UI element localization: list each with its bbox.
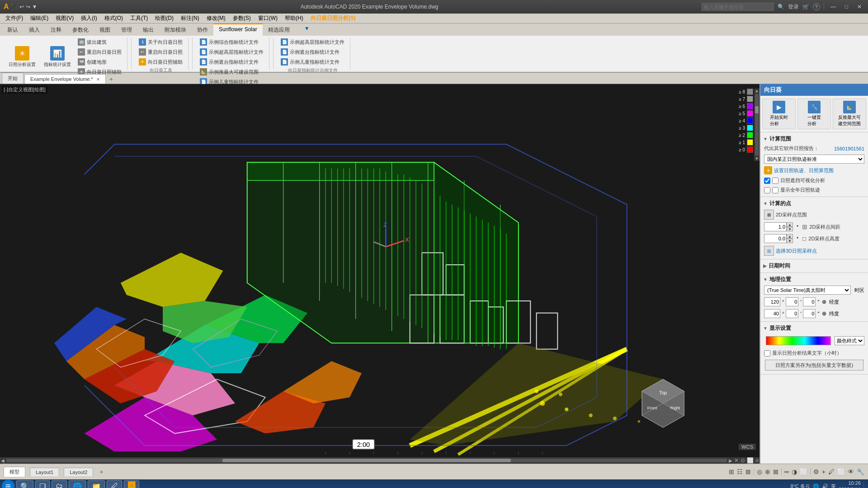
viewport-more-btn[interactable]: ≡	[755, 457, 759, 464]
status-tab-layout2[interactable]: Layout2	[64, 468, 93, 476]
maximize-btn[interactable]: □	[842, 4, 851, 10]
viewport-zoom-btn[interactable]: ✕	[734, 457, 739, 464]
menu-item-sunflower[interactable]: 向日葵日照分析(S)	[307, 14, 359, 23]
taskbar-task-view[interactable]: ❑	[35, 480, 50, 488]
scroll-track[interactable]	[6, 459, 727, 462]
tab-collaborate[interactable]: 协作	[192, 23, 213, 36]
status-tab-layout1[interactable]: Layout1	[30, 468, 59, 476]
tab-output[interactable]: 输出	[137, 23, 159, 36]
quick-btn-one-click[interactable]: 🔧 一键置分析	[797, 99, 831, 129]
checkbox-show-orbit[interactable]	[772, 187, 778, 193]
export-btn[interactable]: 日照方案另存为(包括矢量文字数据)	[765, 360, 863, 371]
tab-insert[interactable]: 插入	[24, 23, 45, 36]
menu-item-help[interactable]: 帮助(H)	[281, 14, 307, 23]
section-geo-header[interactable]: ▼ 地理位置	[763, 275, 865, 284]
help-btn[interactable]: ?	[813, 3, 820, 10]
status-add-tab[interactable]: +	[98, 468, 105, 475]
ribbon-btn-example1[interactable]: 📄 示例综合指标统计文件	[198, 38, 265, 47]
quick-access-redo[interactable]: ↪	[26, 4, 30, 10]
menu-item-format[interactable]: 格式(O)	[101, 14, 127, 23]
scroll-right-btn[interactable]: ▶	[729, 458, 732, 463]
status-icon-annotation[interactable]: 🖊	[828, 468, 835, 475]
scroll-thumb[interactable]	[222, 459, 511, 462]
tab-manage[interactable]: 管理	[116, 23, 137, 36]
color-style-select[interactable]: 颜色样式	[835, 336, 864, 345]
tab-view[interactable]: 视图	[94, 23, 116, 36]
taskbar-files[interactable]: 🗂	[52, 480, 67, 488]
ribbon-btn-stat2[interactable]: 📄 示例遮台指标统计文件	[279, 47, 346, 56]
checkbox-visual-analysis[interactable]	[764, 178, 770, 184]
quick-access-save[interactable]: ⬛	[11, 4, 18, 10]
status-icon-zoom[interactable]: +	[822, 468, 826, 475]
menu-item-insert[interactable]: 插入(I)	[77, 14, 100, 23]
standard-select[interactable]: 国内某正日照轨迹标准	[764, 155, 864, 164]
menu-item-tools[interactable]: 工具(T)	[127, 14, 151, 23]
scroll-left-btn[interactable]: ◀	[1, 458, 5, 463]
viewport[interactable]: [-]自定义视图[绘图]	[0, 84, 760, 464]
login-btn[interactable]: 登录	[788, 3, 799, 11]
taskbar-autocad[interactable]: 🅰	[124, 480, 139, 488]
status-icon-sel[interactable]: ⬜	[800, 468, 807, 475]
longitude-deg-input[interactable]	[764, 297, 780, 306]
section-calc-points-header[interactable]: ▼ 计算的点	[763, 199, 865, 208]
status-tab-model[interactable]: 模型	[4, 467, 25, 477]
status-icon-polar[interactable]: ◎	[757, 468, 762, 475]
ribbon-btn-analysis-settings[interactable]: ☀ 日照分析设置	[5, 44, 39, 70]
taskbar-ime[interactable]: 英	[831, 483, 836, 488]
ribbon-btn-index-settings[interactable]: 📊 指标统计设置	[41, 44, 74, 70]
ribbon-btn-about[interactable]: ℹ 关于向日葵日照	[137, 38, 184, 47]
status-icon-view[interactable]: 👁	[848, 468, 854, 475]
section-calc-range-header[interactable]: ▼ 计算范围	[763, 134, 865, 144]
sample-interval-up[interactable]: ▲	[787, 222, 793, 227]
taskbar-show-desktop[interactable]	[863, 481, 866, 488]
sample-interval-down[interactable]: ▼	[787, 227, 793, 231]
menu-item-view[interactable]: 视图(V)	[52, 14, 77, 23]
viewport-pan-btn[interactable]: ⊙	[741, 457, 745, 464]
menu-item-file[interactable]: 文件(F)	[2, 14, 27, 23]
taskbar-explorer[interactable]: 📁	[88, 480, 105, 488]
status-icon-ortho[interactable]: ⊠	[745, 468, 751, 475]
menu-item-param[interactable]: 参数(S)	[229, 14, 255, 23]
sample-height-input[interactable]	[764, 234, 787, 243]
ribbon-btn-extrude[interactable]: 🏢 拔出建筑	[76, 38, 123, 47]
tab-sunflower[interactable]: Sunflower Solar	[213, 23, 263, 36]
latitude-sec-input[interactable]	[803, 309, 816, 318]
ribbon-btn-restart2[interactable]: ↩ 重启向日葵日照	[137, 47, 184, 56]
tab-add-btn[interactable]: +	[107, 75, 116, 84]
ribbon-btn-stat1[interactable]: 📄 示例超高层指标统计文件	[279, 38, 346, 47]
taskbar-browser[interactable]: 🌐	[69, 480, 86, 488]
longitude-min-input[interactable]	[786, 297, 798, 306]
latitude-min-input[interactable]	[786, 309, 798, 318]
sample-height-down[interactable]: ▼	[787, 239, 793, 243]
longitude-sec-input[interactable]	[803, 297, 816, 306]
status-icon-trans[interactable]: ◑	[792, 468, 797, 475]
2d-range-icon-btn[interactable]: ⊞	[764, 210, 774, 220]
legend-slider[interactable]: ▲ ▼	[754, 89, 760, 161]
tab-featured[interactable]: 精选应用	[263, 23, 295, 36]
menu-item-annotate[interactable]: 标注(N)	[177, 14, 203, 23]
horizontal-scrollbar[interactable]: ◀ ▶ ✕ ⊙ ⬜ ≡	[0, 457, 760, 464]
ribbon-btn-terrain[interactable]: 🗺 创建地形	[76, 57, 123, 66]
tab-close-btn[interactable]: ✕	[96, 77, 100, 82]
status-icon-grid[interactable]: ⊞	[729, 468, 734, 475]
section-display-header[interactable]: ▼ 显示设置	[763, 324, 865, 333]
quick-btn-start-analysis[interactable]: ▶ 开始实时分析	[762, 99, 796, 129]
taskbar-volume-icon[interactable]: 🔊	[822, 483, 828, 488]
sample-height-up[interactable]: ▲	[787, 234, 793, 239]
menu-item-edit[interactable]: 编辑(E)	[27, 14, 52, 23]
time-mode-select[interactable]: (True Solar Time)真太阳时	[764, 286, 851, 295]
tab-custom[interactable]: ▼	[299, 23, 315, 36]
tab-start[interactable]: 开始	[2, 73, 24, 84]
tab-addins[interactable]: 附加模块	[159, 23, 192, 36]
quick-access-undo[interactable]: ↩	[19, 4, 24, 10]
checkbox-show-path[interactable]	[772, 178, 778, 184]
status-icon-tool[interactable]: 🔧	[857, 468, 864, 475]
ribbon-btn-example4[interactable]: 📐 示例推最大可建设范围	[198, 67, 265, 76]
status-icon-lwt[interactable]: ═	[784, 468, 789, 475]
viewport-frame-btn[interactable]: ⬜	[747, 457, 754, 464]
start-menu-btn[interactable]: ⊞	[2, 480, 14, 488]
taskbar-search[interactable]: 🔍	[16, 480, 33, 488]
taskbar-photoshop[interactable]: 🖊	[107, 480, 122, 488]
quick-access-more[interactable]: ▼	[32, 4, 38, 10]
taskbar-network-icon[interactable]: 🌐	[813, 483, 819, 488]
